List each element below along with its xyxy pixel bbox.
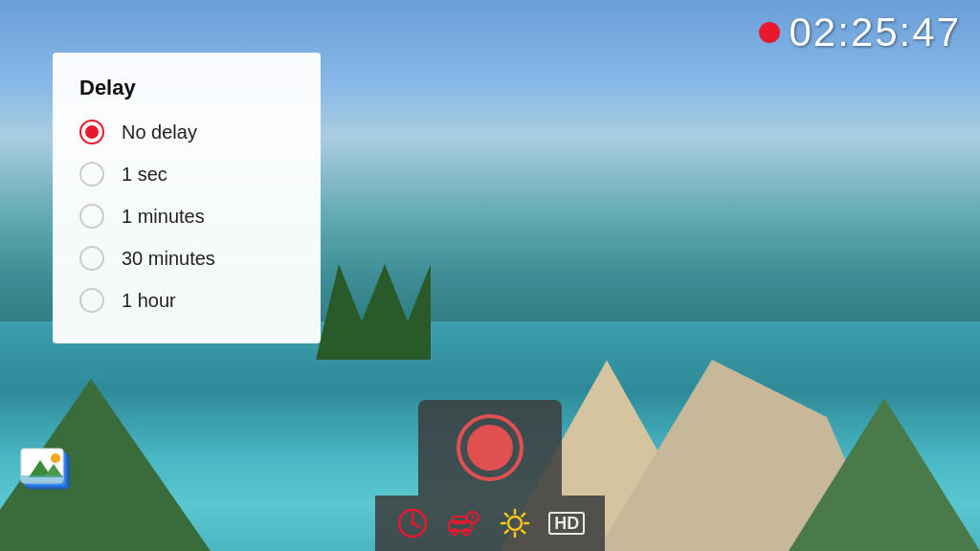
record-indicator: [759, 22, 780, 43]
delay-label-no-delay: No delay: [122, 121, 197, 143]
svg-line-24: [522, 530, 524, 533]
svg-point-5: [51, 453, 60, 463]
svg-point-18: [508, 517, 522, 530]
gallery-icon-svg: [19, 447, 77, 495]
radio-30min[interactable]: [79, 246, 104, 271]
delay-option-1min[interactable]: 1 minutes: [79, 204, 294, 229]
delay-label-1min: 1 minutes: [122, 206, 205, 228]
hd-label: HD: [548, 512, 585, 535]
radio-1sec[interactable]: [79, 162, 104, 187]
timer-icon-button[interactable]: [395, 506, 430, 540]
delay-timer-icon: [446, 506, 480, 540]
delay-option-30min[interactable]: 30 minutes: [79, 246, 294, 271]
gallery-button[interactable]: [19, 447, 77, 498]
delay-panel-title: Delay: [79, 76, 294, 100]
delay-label-1hour: 1 hour: [122, 290, 176, 312]
svg-line-17: [473, 518, 476, 519]
delay-option-1sec[interactable]: 1 sec: [79, 162, 294, 187]
radio-inner-no-delay: [85, 125, 99, 139]
delay-option-1hour[interactable]: 1 hour: [79, 288, 294, 313]
svg-line-23: [505, 514, 508, 517]
record-button[interactable]: [457, 414, 523, 481]
bottom-toolbar: HD: [375, 400, 605, 551]
delay-label-1sec: 1 sec: [122, 164, 167, 186]
delay-option-no-delay[interactable]: No delay: [79, 120, 294, 144]
delay-panel: Delay No delay 1 sec 1 minutes 30 minute…: [53, 53, 321, 343]
radio-1min[interactable]: [79, 204, 104, 229]
record-button-container: [418, 400, 562, 496]
sun-icon: [498, 506, 532, 540]
radio-no-delay[interactable]: [79, 120, 104, 144]
svg-rect-6: [21, 475, 63, 483]
delay-icon-button[interactable]: [446, 506, 480, 540]
timer-text: 02:25:47: [790, 10, 962, 55]
timer-display: 02:25:47: [759, 10, 962, 55]
clock-icon: [395, 506, 430, 540]
hd-button[interactable]: HD: [548, 512, 585, 535]
radio-1hour[interactable]: [79, 288, 104, 313]
record-button-inner: [467, 425, 513, 471]
svg-line-25: [522, 514, 524, 517]
bottom-icons-bar: HD: [375, 496, 605, 551]
svg-point-10: [411, 521, 414, 525]
brightness-icon-button[interactable]: [498, 506, 532, 540]
svg-line-26: [505, 530, 508, 533]
delay-label-30min: 30 minutes: [122, 248, 215, 270]
